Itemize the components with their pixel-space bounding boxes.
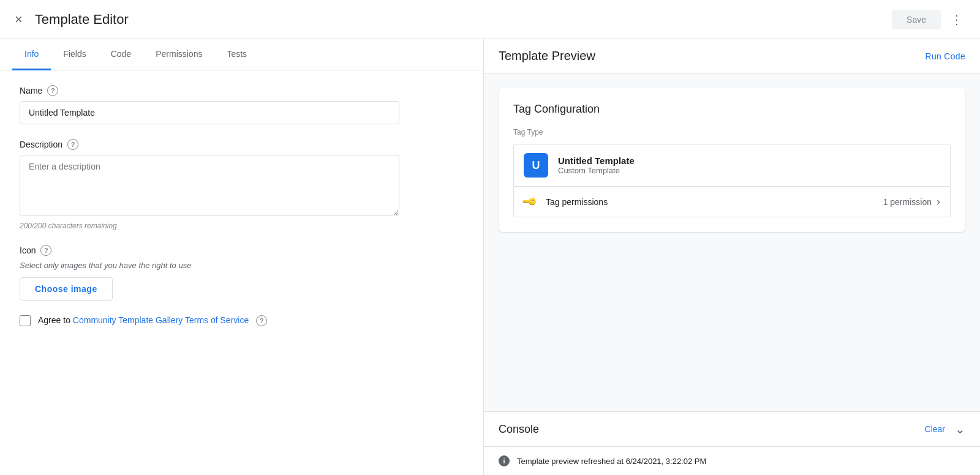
icon-label: Icon ? <box>20 245 464 256</box>
tag-permissions-right: 1 permission › <box>883 195 940 208</box>
console-log-text: Template preview refreshed at 6/24/2021,… <box>517 457 706 466</box>
console-section: Console Clear ⌄ i Template preview refre… <box>484 411 980 475</box>
header: × Template Editor Save ⋮ <box>0 0 980 39</box>
tab-fields[interactable]: Fields <box>51 39 98 70</box>
tab-info[interactable]: Info <box>12 39 51 70</box>
tos-text: Agree to Community Template Gallery Term… <box>38 315 267 326</box>
save-button[interactable]: Save <box>892 10 941 29</box>
description-field-group: Description ? 200/200 characters remaini… <box>20 139 464 230</box>
run-code-button[interactable]: Run Code <box>925 51 965 61</box>
description-help-icon[interactable]: ? <box>67 139 78 150</box>
tag-config-title: Tag Configuration <box>513 103 951 116</box>
tag-type-label: Tag Type <box>513 128 951 137</box>
icon-label-text: Icon <box>20 245 36 255</box>
tag-config-area: Tag Configuration Tag Type U Untitled Te… <box>484 73 980 411</box>
chevron-right-icon: › <box>937 195 940 208</box>
name-label-text: Name <box>20 86 42 95</box>
template-preview-title: Template Preview <box>499 49 595 63</box>
more-options-button[interactable]: ⋮ <box>946 10 968 29</box>
tos-row: Agree to Community Template Gallery Term… <box>20 315 464 326</box>
key-icon: 🔑 <box>521 193 538 211</box>
console-header: Console Clear ⌄ <box>484 412 980 447</box>
description-label-text: Description <box>20 140 62 149</box>
tag-icon: U <box>524 153 548 178</box>
tab-tests[interactable]: Tests <box>214 39 259 70</box>
tag-permissions-row[interactable]: 🔑 Tag permissions 1 permission › <box>513 187 951 217</box>
name-help-icon[interactable]: ? <box>47 85 58 96</box>
right-panel: Template Preview Run Code Tag Configurat… <box>484 39 980 475</box>
name-field-group: Name ? <box>20 85 464 124</box>
tabs-bar: Info Fields Code Permissions Tests <box>0 39 483 70</box>
form-area: Name ? Description ? 200/200 characters … <box>0 70 483 341</box>
tos-link[interactable]: Community Template Gallery Terms of Serv… <box>73 315 249 325</box>
tag-type-row: U Untitled Template Custom Template <box>513 144 951 187</box>
close-button[interactable]: × <box>12 9 25 30</box>
header-left: × Template Editor <box>12 9 129 30</box>
char-count: 200/200 characters remaining <box>20 222 464 230</box>
tag-subtitle: Custom Template <box>558 166 635 175</box>
description-label: Description ? <box>20 139 464 150</box>
name-label: Name ? <box>20 85 464 96</box>
page-title: Template Editor <box>35 12 129 28</box>
name-input[interactable] <box>20 101 399 124</box>
right-panel-header: Template Preview Run Code <box>484 39 980 73</box>
icon-subtitle: Select only images that you have the rig… <box>20 261 464 270</box>
icon-help-icon[interactable]: ? <box>40 245 51 256</box>
tab-code[interactable]: Code <box>99 39 143 70</box>
console-title: Console <box>499 423 539 436</box>
console-log-entry: i Template preview refreshed at 6/24/202… <box>484 447 980 475</box>
permissions-count: 1 permission <box>883 197 932 207</box>
tag-permissions-left: 🔑 Tag permissions <box>524 196 608 208</box>
header-right: Save ⋮ <box>892 10 968 29</box>
left-panel: Info Fields Code Permissions Tests Name … <box>0 39 484 475</box>
tos-checkbox[interactable] <box>20 315 31 326</box>
info-icon: i <box>499 455 510 466</box>
main-layout: Info Fields Code Permissions Tests Name … <box>0 39 980 475</box>
clear-button[interactable]: Clear <box>925 424 945 434</box>
console-actions: Clear ⌄ <box>925 422 965 436</box>
tab-permissions[interactable]: Permissions <box>143 39 214 70</box>
tag-permissions-label: Tag permissions <box>546 197 608 207</box>
description-input[interactable] <box>20 155 399 216</box>
tos-agree-text: Agree to <box>38 315 73 325</box>
icon-field-group: Icon ? Select only images that you have … <box>20 245 464 301</box>
tag-name-group: Untitled Template Custom Template <box>558 155 635 175</box>
tag-config-card: Tag Configuration Tag Type U Untitled Te… <box>499 88 965 232</box>
tag-name: Untitled Template <box>558 155 635 166</box>
choose-image-button[interactable]: Choose image <box>20 277 113 301</box>
tos-help-icon[interactable]: ? <box>256 315 267 326</box>
chevron-down-icon[interactable]: ⌄ <box>955 422 965 436</box>
